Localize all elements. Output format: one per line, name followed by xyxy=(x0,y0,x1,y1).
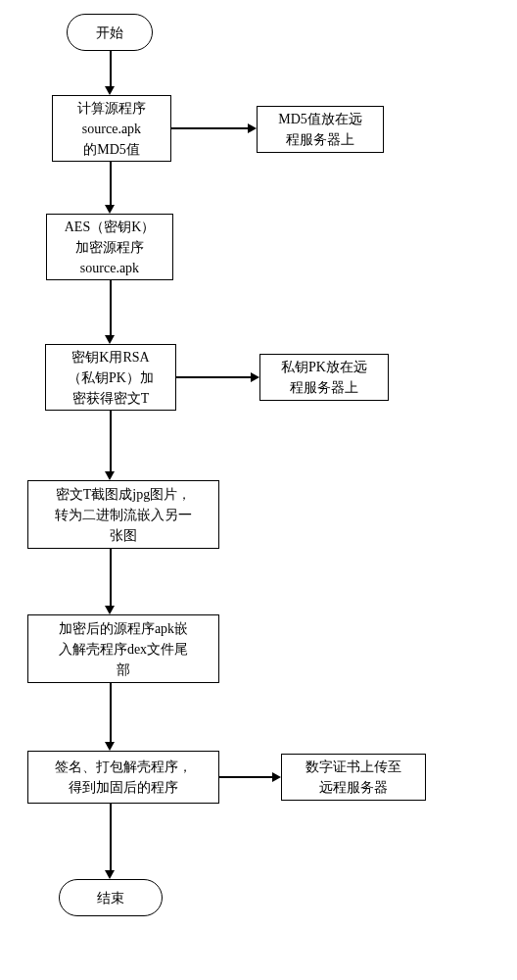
flow-md5-remote-label: MD5值放在远 程服务器上 xyxy=(278,109,362,150)
arrow-jpg-embed xyxy=(110,549,112,608)
flow-rsa: 密钥K用RSA （私钥PK）加 密获得密文T xyxy=(45,344,176,411)
arrowhead-calcmd5-aes xyxy=(105,205,115,214)
flow-jpg: 密文T截图成jpg图片， 转为二进制流嵌入另一 张图 xyxy=(27,480,219,549)
arrow-calcmd5-md5remote xyxy=(171,127,250,129)
flow-embed-label: 加密后的源程序apk嵌 入解壳程序dex文件尾 部 xyxy=(59,618,188,680)
flow-cert-remote: 数字证书上传至 远程服务器 xyxy=(281,754,426,801)
arrow-rsa-jpg xyxy=(110,411,112,473)
arrow-sign-certremote xyxy=(219,776,274,778)
flow-pk-remote-label: 私钥PK放在远 程服务器上 xyxy=(281,357,367,398)
arrowhead-start-calcmd5 xyxy=(105,86,115,95)
arrow-aes-rsa xyxy=(110,280,112,337)
flow-embed: 加密后的源程序apk嵌 入解壳程序dex文件尾 部 xyxy=(27,614,219,683)
arrowhead-rsa-jpg xyxy=(105,471,115,480)
arrowhead-sign-end xyxy=(105,870,115,879)
arrowhead-embed-sign xyxy=(105,742,115,751)
flow-aes: AES（密钥K） 加密源程序 source.apk xyxy=(46,214,173,280)
flow-pk-remote: 私钥PK放在远 程服务器上 xyxy=(259,354,389,401)
arrow-calcmd5-aes xyxy=(110,162,112,207)
arrow-start-calcmd5 xyxy=(110,51,112,88)
arrowhead-sign-certremote xyxy=(272,772,281,782)
flow-rsa-label: 密钥K用RSA （私钥PK）加 密获得密文T xyxy=(68,347,154,409)
flow-cert-remote-label: 数字证书上传至 远程服务器 xyxy=(306,757,401,798)
flow-end-label: 结束 xyxy=(97,888,124,908)
flow-start: 开始 xyxy=(67,14,153,51)
arrowhead-calcmd5-md5remote xyxy=(248,123,257,133)
flow-jpg-label: 密文T截图成jpg图片， 转为二进制流嵌入另一 张图 xyxy=(55,484,192,546)
flow-calc-md5-label: 计算源程序 source.apk 的MD5值 xyxy=(77,98,146,160)
arrowhead-aes-rsa xyxy=(105,335,115,344)
arrowhead-rsa-pkremote xyxy=(251,372,259,382)
flow-aes-label: AES（密钥K） 加密源程序 source.apk xyxy=(65,217,156,278)
arrow-embed-sign xyxy=(110,683,112,744)
flow-end: 结束 xyxy=(59,879,163,916)
arrow-rsa-pkremote xyxy=(176,376,253,378)
flow-sign-label: 签名、打包解壳程序， 得到加固后的程序 xyxy=(55,757,192,798)
flow-start-label: 开始 xyxy=(96,23,123,43)
flow-calc-md5: 计算源程序 source.apk 的MD5值 xyxy=(52,95,171,162)
flow-sign: 签名、打包解壳程序， 得到加固后的程序 xyxy=(27,751,219,804)
flow-md5-remote: MD5值放在远 程服务器上 xyxy=(257,106,384,153)
arrow-sign-end xyxy=(110,804,112,872)
arrowhead-jpg-embed xyxy=(105,606,115,614)
